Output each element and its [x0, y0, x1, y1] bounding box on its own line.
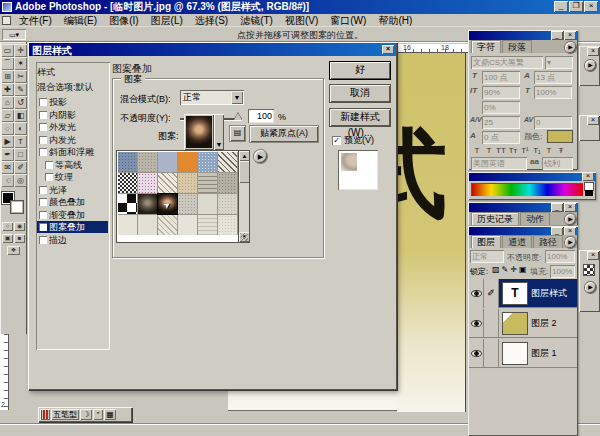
moon-icon[interactable]: ☽	[80, 409, 92, 420]
tab-actions[interactable]: 动作	[520, 212, 550, 225]
style-checkbox[interactable]	[39, 236, 47, 244]
palette-menu-icon[interactable]: ▶	[565, 214, 576, 225]
layer-name[interactable]: 图层 2	[531, 317, 557, 330]
palette-close-icon[interactable]: ×	[587, 116, 599, 125]
tool-gradient[interactable]: ◧	[14, 109, 27, 122]
tool-path-selection[interactable]: ▶	[1, 135, 14, 148]
style-row-2[interactable]: 投影	[37, 96, 108, 108]
jump-to-imageready-button[interactable]: ❖	[7, 246, 20, 255]
punctuation-icon[interactable]: ”	[93, 409, 103, 420]
layer-thumbnail[interactable]: T	[503, 283, 527, 304]
lock-icon-1[interactable]: ✎	[502, 265, 511, 274]
white-swatch[interactable]	[585, 183, 593, 190]
minimize-button[interactable]: _	[554, 1, 568, 12]
pattern-swatch-7[interactable]	[138, 173, 157, 193]
layer-row[interactable]: 图层 2	[469, 309, 577, 338]
antialias-select[interactable]: 锐利	[542, 157, 573, 170]
chevron-down-icon[interactable]: ▼	[231, 91, 243, 104]
pattern-swatch-13[interactable]	[138, 194, 157, 214]
lock-icons[interactable]: ▨✎✛▣	[492, 265, 529, 274]
char-style-button-1[interactable]: T	[483, 145, 495, 157]
blend-mode-select[interactable]: 正常 ▼	[180, 90, 244, 105]
background-color-swatch[interactable]	[11, 201, 23, 213]
pattern-swatch-2[interactable]	[158, 152, 177, 172]
tool-zoom[interactable]: ◎	[14, 174, 27, 187]
tab-paths[interactable]: 路径	[533, 235, 563, 248]
tool-lasso[interactable]: ⌒	[1, 57, 14, 70]
tab-channels[interactable]: 通道	[502, 235, 532, 248]
lock-icon-2[interactable]: ✛	[510, 265, 519, 274]
tool-healing-brush[interactable]: ✚	[1, 83, 14, 96]
leading-field[interactable]: 13 点	[534, 71, 572, 84]
style-row-7[interactable]: 等高线	[37, 159, 108, 171]
close-button[interactable]: ×	[584, 1, 598, 12]
tool-preset-picker[interactable]: ▭▾	[2, 29, 26, 40]
palette-menu-icon[interactable]: ▶	[585, 282, 596, 293]
tool-hand[interactable]: ☜	[1, 174, 14, 187]
tab-character[interactable]: 字符	[471, 40, 501, 53]
tool-slice[interactable]: ✂	[14, 70, 27, 83]
pattern-swatch-15[interactable]	[178, 194, 197, 214]
palette-close-icon[interactable]: ×	[582, 172, 594, 181]
maximize-button[interactable]: ❐	[569, 1, 583, 12]
preview-checkbox[interactable]: ✓	[332, 136, 341, 145]
style-row-1[interactable]: 混合选项:默认	[37, 81, 108, 93]
style-checkbox[interactable]	[39, 136, 47, 144]
opacity-slider-thumb[interactable]	[234, 113, 242, 120]
style-checkbox[interactable]	[39, 211, 47, 219]
menu-item-5[interactable]: 滤镜(T)	[234, 14, 279, 27]
pattern-thumbnail[interactable]	[184, 114, 214, 150]
layer-row[interactable]: 图层 1	[469, 339, 577, 368]
palette-title-bar[interactable]: _ ×	[469, 31, 577, 40]
tool-eraser[interactable]: ▱	[1, 109, 14, 122]
style-row-0[interactable]: 样式	[37, 66, 108, 78]
menu-item-3[interactable]: 图层(L)	[145, 14, 189, 27]
menu-item-4[interactable]: 选择(S)	[189, 14, 234, 27]
palette-menu-icon[interactable]: ▶	[585, 60, 596, 71]
keyboard-icon[interactable]: ▦	[104, 409, 116, 420]
layer-name[interactable]: 图层样式	[531, 287, 567, 300]
font-size-field[interactable]: 100 点	[482, 71, 520, 84]
pattern-swatch-22[interactable]	[198, 215, 217, 235]
lock-icon-0[interactable]: ▨	[492, 265, 502, 274]
visibility-cell[interactable]	[469, 309, 484, 338]
tool-pen[interactable]: ✒	[1, 148, 14, 161]
picker-menu-icon[interactable]: ▶	[254, 150, 267, 163]
palette-close-icon[interactable]: ×	[587, 251, 599, 260]
tool-eyedropper[interactable]: ✐	[14, 161, 27, 174]
ime-mode-label[interactable]: 五笔型	[51, 409, 79, 420]
vertical-scale-field[interactable]: 90%	[482, 86, 520, 99]
style-row-4[interactable]: 外发光	[37, 121, 108, 133]
baseline-field[interactable]: 0 点	[482, 131, 520, 144]
ok-button[interactable]: 好	[330, 62, 390, 79]
style-checkbox[interactable]	[39, 186, 47, 194]
style-row-3[interactable]: 内阴影	[37, 109, 108, 121]
language-select[interactable]: 美国英语	[471, 157, 527, 170]
tool-dodge[interactable]: ◐	[14, 122, 27, 135]
new-style-button[interactable]: 新建样式(W)...	[330, 109, 390, 126]
pattern-dropdown-arrow[interactable]: ▼	[214, 114, 224, 150]
pattern-swatch-21[interactable]	[178, 215, 197, 235]
pattern-swatch-11[interactable]	[218, 173, 237, 193]
font-family-select[interactable]: 文鼎CS大黑繁	[471, 56, 543, 69]
font-style-select[interactable]: ▾	[545, 56, 573, 69]
screen-mode-full-button[interactable]: ■	[14, 234, 25, 243]
screen-mode-standard-button[interactable]: ▣	[2, 234, 13, 243]
style-row-8[interactable]: 纹理	[37, 171, 108, 183]
layer-blend-mode-select[interactable]: 正常	[470, 250, 504, 263]
style-row-11[interactable]: 渐变叠加	[37, 209, 108, 221]
tool-crop[interactable]: ⊞	[1, 70, 14, 83]
style-checkbox[interactable]	[39, 111, 47, 119]
menu-item-1[interactable]: 编辑(E)	[58, 14, 103, 27]
menu-item-2[interactable]: 图像(I)	[103, 14, 144, 27]
tool-clone-stamp[interactable]: ⌂	[1, 96, 14, 109]
layer-name[interactable]: 图层 1	[531, 347, 557, 360]
tab-layers[interactable]: 图层	[471, 235, 501, 248]
style-row-12[interactable]: ✓图案叠加	[37, 221, 108, 233]
pattern-swatch-9[interactable]	[178, 173, 197, 193]
menu-item-0[interactable]: 文件(F)	[13, 14, 58, 27]
pattern-scrollbar[interactable]: ▲ ▼	[238, 151, 249, 242]
layer-row-active[interactable]: ✐ T 图层样式	[469, 279, 577, 308]
layer-fill-field[interactable]: 100%	[550, 265, 575, 278]
style-checkbox[interactable]	[45, 173, 53, 181]
